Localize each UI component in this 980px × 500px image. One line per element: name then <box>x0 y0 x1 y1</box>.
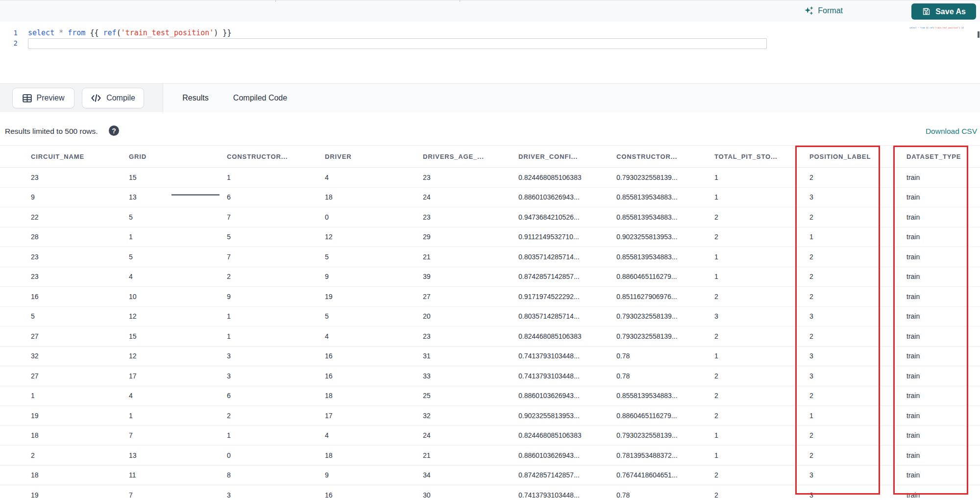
table-cell: 4 <box>294 425 392 446</box>
table-cell: 34 <box>392 465 488 485</box>
results-meta-row: Results limited to 500 rows. ? Download … <box>0 124 980 141</box>
format-label: Format <box>818 6 843 15</box>
table-cell: train <box>876 207 980 227</box>
table-cell: 1 <box>98 227 196 247</box>
table-row: 191217320.9023255813953...0.886046511627… <box>0 406 980 426</box>
save-as-button[interactable]: Save As <box>911 3 976 20</box>
table-cell: 2 <box>779 287 876 307</box>
table-cell: train <box>876 227 980 247</box>
table-cell: 5 <box>196 227 294 247</box>
table-cell: train <box>876 187 980 207</box>
table-cell: 0.7930232558139... <box>586 425 684 446</box>
table-cell: 18 <box>294 187 392 207</box>
table-cell: 16 <box>294 346 392 366</box>
tab-results-label: Results <box>182 94 208 102</box>
table-cell: 0.78 <box>586 485 684 500</box>
table-cell: 0.8860465116279... <box>586 267 684 287</box>
table-cell: 4 <box>98 386 196 406</box>
save-icon <box>922 7 931 16</box>
table-cell: 2 <box>684 465 779 485</box>
table-cell: 16 <box>294 366 392 386</box>
table-cell: 2 <box>684 406 779 426</box>
table-cell: 16 <box>0 287 98 307</box>
table-cell: train <box>876 386 980 406</box>
table-cell: 1 <box>779 406 876 426</box>
table-cell: 0.7674418604651... <box>586 465 684 485</box>
table-cell: 0.7413793103448... <box>488 485 586 500</box>
table-cell: 1 <box>684 187 779 207</box>
table-cell: 7 <box>98 425 196 446</box>
table-cell: 2 <box>684 287 779 307</box>
table-cell: 5 <box>294 306 392 326</box>
file-tab-separator <box>275 0 276 2</box>
table-cell: 12 <box>98 346 196 366</box>
table-cell: 28 <box>0 227 98 247</box>
table-row: 23429390.8742857142857...0.8860465116279… <box>0 267 980 287</box>
table-cell: 2 <box>779 267 876 287</box>
table-cell: 15 <box>98 326 196 347</box>
line-number-1: 1 <box>0 28 18 38</box>
table-cell: 5 <box>0 306 98 326</box>
table-cell: 4 <box>98 267 196 287</box>
table-cell: 18 <box>294 386 392 406</box>
preview-button[interactable]: Preview <box>12 88 74 108</box>
table-cell: 2 <box>684 366 779 386</box>
table-cell: 23 <box>392 326 488 347</box>
table-cell: 9 <box>294 267 392 287</box>
table-cell: 17 <box>98 366 196 386</box>
minimap-scrollbar-thumb[interactable] <box>978 31 980 38</box>
code-line-1: select * from {{ ref('train_test_positio… <box>28 28 231 38</box>
tab-compiled-code[interactable]: Compiled Code <box>228 84 292 112</box>
table-cell: 0.7413793103448... <box>488 366 586 386</box>
table-cell: 0.78 <box>586 346 684 366</box>
table-row: 1610919270.9171974522292...0.85116279069… <box>0 287 980 307</box>
table-cell: 39 <box>392 267 488 287</box>
column-header-drivers-age: DRIVERS_AGE_... <box>392 146 488 168</box>
table-cell: train <box>876 306 980 326</box>
table-cell: 0.8860103626943... <box>488 386 586 406</box>
table-cell: 5 <box>98 247 196 267</box>
table-cell: 9 <box>294 465 392 485</box>
table-cell: 3 <box>779 306 876 326</box>
table-cell: 0.9023255813953... <box>488 406 586 426</box>
sparkles-icon <box>804 6 814 16</box>
table-cell: 0.9171974522292... <box>488 287 586 307</box>
table-row: 271514230.8244680851063830.7930232558139… <box>0 326 980 347</box>
table-cell: 3 <box>779 346 876 366</box>
table-cell: 23 <box>0 168 98 188</box>
table-cell: 31 <box>392 346 488 366</box>
code-editor[interactable]: 1 2 select * from {{ ref('train_test_pos… <box>0 22 980 83</box>
table-cell: 2 <box>196 267 294 287</box>
table-row: 281512290.9112149532710...0.902325581395… <box>0 227 980 247</box>
table-cell: 2 <box>684 326 779 347</box>
table-cell: 2 <box>779 247 876 267</box>
table-grid-icon <box>23 94 32 102</box>
column-header-position-label: POSITION_LABEL <box>779 146 876 168</box>
column-header-constructor: CONSTRUCTOR... <box>196 146 294 168</box>
table-cell: 2 <box>684 207 779 227</box>
table-cell: 19 <box>0 406 98 426</box>
table-cell: 2 <box>684 386 779 406</box>
table-cell: 27 <box>392 287 488 307</box>
table-row: 2717316330.7413793103448...0.7823train <box>0 366 980 386</box>
table-cell: 9 <box>196 287 294 307</box>
compile-button[interactable]: Compile <box>82 88 144 108</box>
editor-minimap[interactable]: select * from {{ ref('train_test_positio… <box>909 26 977 31</box>
tab-results[interactable]: Results <box>172 84 220 112</box>
table-row: 197316300.7413793103448...0.7823train <box>0 485 980 500</box>
table-cell: 1 <box>0 386 98 406</box>
help-icon[interactable]: ? <box>109 125 119 136</box>
table-cell: 3 <box>196 346 294 366</box>
table-cell: 0.8742857142857... <box>488 267 586 287</box>
format-button[interactable]: Format <box>804 3 843 19</box>
table-cell: 27 <box>0 366 98 386</box>
table-cell: train <box>876 425 980 446</box>
table-cell: 0.8558139534883... <box>586 187 684 207</box>
table-row: 213018210.8860103626943...0.781395348837… <box>0 446 980 466</box>
table-cell: 19 <box>0 485 98 500</box>
table-cell: 3 <box>196 366 294 386</box>
table-cell: 5 <box>294 247 392 267</box>
table-cell: 10 <box>98 287 196 307</box>
table-cell: 18 <box>294 446 392 466</box>
download-csv-link[interactable]: Download CSV <box>926 127 977 136</box>
